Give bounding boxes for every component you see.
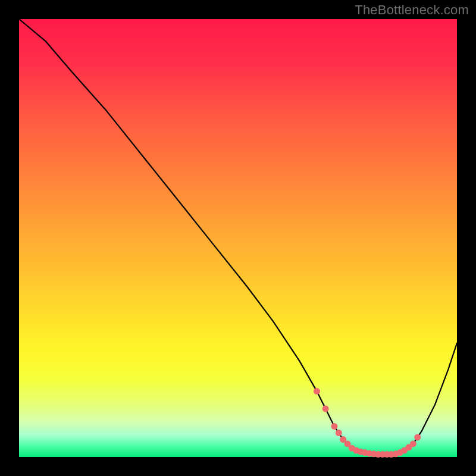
curve-markers — [314, 388, 421, 458]
curve-marker — [322, 406, 329, 412]
plot-area — [19, 19, 457, 457]
bottleneck-curve — [19, 19, 457, 455]
chart-svg — [19, 19, 457, 457]
curve-marker — [314, 388, 320, 394]
chart-frame: TheBottleneck.com — [0, 0, 476, 476]
curve-marker — [336, 430, 342, 436]
watermark-text: TheBottleneck.com — [355, 2, 469, 18]
curve-marker — [414, 434, 421, 440]
curve-marker — [410, 440, 416, 447]
curve-marker — [331, 423, 337, 430]
